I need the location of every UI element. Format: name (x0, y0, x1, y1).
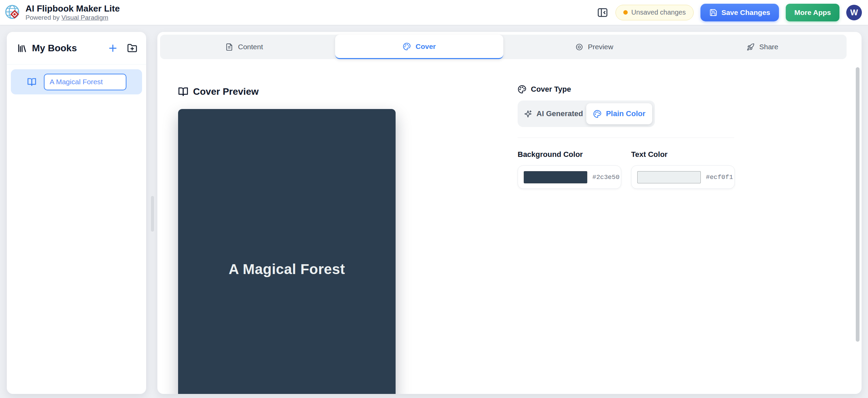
plus-icon (107, 43, 118, 54)
tab-content[interactable]: Content (160, 35, 328, 59)
app-title: AI Flipbook Maker Lite (25, 3, 120, 14)
user-avatar[interactable]: W (846, 5, 862, 20)
text-color-hex[interactable]: #ecf0f1 (706, 174, 733, 181)
tab-preview-label: Preview (588, 43, 613, 51)
main-scrollbar-thumb[interactable] (856, 67, 860, 342)
ai-generated-label: AI Generated (537, 109, 583, 118)
palette-icon (593, 110, 602, 118)
sidebar-resize-handle[interactable] (151, 196, 154, 232)
my-books-sidebar: My Books (7, 32, 146, 394)
plain-color-option[interactable]: Plain Color (586, 103, 652, 124)
text-color-label: Text Color (631, 150, 667, 159)
app-subtitle: Powered by Visual Paradigm (25, 14, 120, 22)
text-color-picker[interactable]: #ecf0f1 (631, 165, 735, 189)
tab-preview[interactable]: Preview (510, 35, 678, 59)
tab-bar: Content Cover Preview Share (160, 35, 847, 59)
book-open-icon (178, 87, 188, 97)
background-color-swatch[interactable] (524, 171, 587, 183)
sidebar-header: My Books (7, 32, 146, 65)
tab-cover[interactable]: Cover (335, 35, 503, 59)
cover-preview-title: Cover Preview (193, 86, 259, 97)
disc-icon (575, 43, 583, 51)
main-panel: Content Cover Preview Share (157, 32, 862, 394)
cover-type-heading: Cover Type (518, 85, 571, 94)
unsaved-changes-label: Unsaved changes (631, 8, 686, 16)
tab-cover-label: Cover (416, 42, 436, 51)
book-cover-title: A Magical Forest (215, 261, 359, 277)
add-book-button[interactable] (107, 43, 118, 54)
sparkles-icon (524, 110, 532, 118)
app-logo (5, 4, 21, 21)
collapse-panel-button[interactable] (596, 6, 609, 19)
folder-plus-icon (127, 43, 137, 53)
divider (518, 138, 734, 138)
unsaved-dot-icon (623, 10, 628, 15)
tab-share[interactable]: Share (678, 35, 847, 59)
save-changes-button[interactable]: Save Changes (700, 4, 779, 21)
palette-icon (403, 42, 411, 51)
rocket-icon (747, 43, 754, 51)
background-color-hex[interactable]: #2c3e50 (592, 174, 620, 181)
panel-collapse-icon (597, 7, 608, 18)
text-color-swatch[interactable] (637, 171, 701, 183)
more-apps-button[interactable]: More Apps (786, 4, 839, 21)
book-list-item[interactable] (11, 69, 142, 94)
app-header: AI Flipbook Maker Lite Powered by Visual… (0, 0, 868, 25)
book-cover: A Magical Forest (178, 109, 396, 394)
book-title-input[interactable] (44, 74, 126, 90)
powered-by-link[interactable]: Visual Paradigm (62, 14, 108, 21)
file-text-icon (225, 43, 233, 51)
unsaved-changes-badge: Unsaved changes (615, 5, 694, 20)
cover-type-toggle: AI Generated Plain Color (518, 101, 655, 127)
add-folder-button[interactable] (127, 43, 137, 53)
background-color-label: Background Color (518, 150, 583, 159)
sidebar-title: My Books (32, 43, 107, 54)
book-open-icon (27, 77, 36, 87)
plain-color-label: Plain Color (606, 109, 645, 118)
tab-share-label: Share (759, 43, 778, 51)
cover-preview-heading: Cover Preview (178, 86, 259, 97)
ai-generated-option[interactable]: AI Generated (520, 103, 586, 124)
library-icon (17, 43, 27, 53)
tab-content-label: Content (238, 43, 263, 51)
background-color-picker[interactable]: #2c3e50 (518, 165, 621, 189)
save-icon (709, 8, 717, 17)
palette-icon (518, 85, 526, 94)
cover-type-label: Cover Type (531, 85, 571, 94)
